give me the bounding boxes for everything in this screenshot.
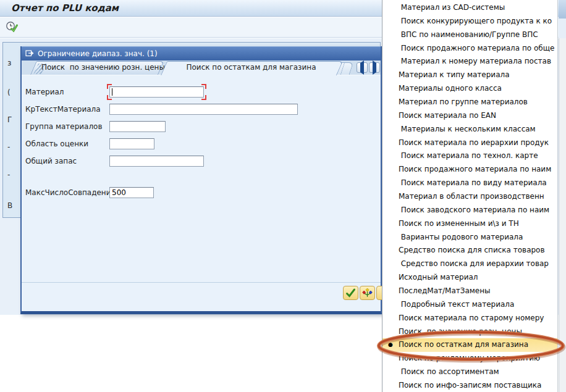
window-edge-scroll-area[interactable] — [559, 38, 566, 392]
dialog-tabstrip: Поиск по значению розн. цены. Поиск по о… — [22, 60, 381, 75]
menu-item-selected[interactable]: ●Поиск по остаткам для магазина — [382, 338, 557, 352]
menu-item[interactable]: Варианты родового материала — [382, 231, 557, 244]
window-edge — [559, 0, 566, 392]
menu-item[interactable]: Материал к номеру материала постав — [382, 55, 557, 69]
menu-item[interactable]: Поиск по значению розн. цены — [382, 325, 557, 339]
menu-item[interactable]: Поиск материала по виду материала — [382, 177, 557, 190]
menu-item[interactable]: Поиск продажного материала по наим — [382, 163, 557, 177]
menu-item[interactable]: Поиск по ассортиментам — [382, 365, 557, 379]
menu-item-label: Средство поиска для иерархии товар — [399, 259, 549, 268]
menu-item[interactable]: Материал к типу материала — [382, 69, 557, 82]
menu-item-label: Поиск продажного материала по обще — [399, 44, 554, 52]
range-restriction-dialog: Ограничение диапаз. знач. (1) Поиск по з… — [20, 46, 382, 314]
menu-item-label: Поиск по измененным и\з и ТН — [399, 219, 519, 228]
multiple-selection-button[interactable] — [360, 286, 375, 300]
triangle-right-icon — [373, 60, 376, 75]
menu-item[interactable]: Средство поиска для списка товаров — [382, 244, 557, 257]
menu-item-label: Материалы одного класса — [399, 84, 502, 93]
menu-item[interactable]: Материалы одного класса — [382, 82, 557, 96]
menu-item[interactable]: Поиск по инфо-записям поставщика — [382, 379, 557, 392]
menu-item-label: Средство поиска для списка товаров — [399, 246, 545, 254]
menu-item-label: Материал к номеру материала постав — [399, 57, 551, 65]
text-caret — [112, 88, 112, 96]
menu-item-label: Материал в области производственн — [399, 192, 544, 201]
export-window-icon — [25, 49, 34, 59]
colored-diamonds-icon — [360, 288, 374, 298]
background-text-fragment: Г — [7, 115, 12, 124]
focus-corner — [107, 84, 112, 89]
menu-item-label: Поиск материала по EAN — [399, 111, 496, 120]
triangle-left-icon — [360, 60, 364, 75]
menu-item[interactable]: Поиск заводского материала по наим — [382, 204, 557, 217]
dialog-title: Ограничение диапаз. знач. (1) — [38, 49, 158, 58]
menu-item-label: Поиск материала по старому номеру — [399, 314, 544, 322]
menu-item-label: Исходный материал — [399, 273, 478, 281]
menu-item[interactable]: ПоследМат/МатЗамены — [382, 285, 557, 298]
background-text-fragment: з — [7, 59, 11, 67]
menu-item[interactable]: Материал из CAD-системы — [382, 1, 557, 15]
menu-item[interactable]: Материал по группе материалов — [382, 96, 557, 109]
execute-button[interactable] — [5, 21, 19, 35]
max-hits-input[interactable] — [109, 187, 154, 198]
field-label: МаксЧислоСовпадений — [25, 188, 116, 197]
menu-item[interactable]: Поиск конкурирующего продукта к ко — [382, 15, 557, 28]
field-label: КрТекстМатериала — [25, 105, 101, 114]
menu-item[interactable]: Средство поиска для иерархии товар — [382, 257, 557, 271]
menu-item-label: Поиск по ассортиментам — [399, 367, 499, 376]
total-stock-input[interactable] — [109, 156, 204, 167]
menu-item-label: Поиск по рекламному мероприятию — [399, 354, 540, 362]
menu-item[interactable]: Поиск материала по EAN — [382, 109, 557, 123]
window-edge-top — [559, 0, 566, 19]
menu-item-label: Подробный текст материала — [399, 300, 514, 309]
menu-item[interactable]: Поиск по измененным и\з и ТН — [382, 217, 557, 231]
menu-item[interactable]: Поиск продажного материала по обще — [382, 42, 557, 56]
menu-item-label: Поиск по значению розн. цены — [399, 327, 522, 336]
menu-item[interactable]: Исходный материал — [382, 271, 557, 285]
field-label: Область оценки — [25, 140, 88, 148]
valuation-area-input[interactable] — [109, 138, 154, 149]
menu-item-label: ВПС по наименованию/Группе ВПС — [399, 30, 538, 39]
menu-item-label: Поиск конкурирующего продукта к ко — [399, 17, 552, 25]
menu-item-label: Поиск продажного материала по наим — [399, 165, 551, 173]
field-label: Общий запас — [25, 157, 77, 165]
dialog-titlebar[interactable]: Ограничение диапаз. знач. (1) — [22, 46, 381, 60]
tab-store-stock-search[interactable]: Поиск по остаткам для магазина — [161, 61, 337, 75]
field-label: Группа материалов — [25, 122, 103, 131]
menu-item-label: Поиск по инфо-записям поставщика — [399, 381, 541, 390]
menu-item-label: Поиск материала по виду материала — [399, 178, 547, 187]
menu-item[interactable]: Поиск материала по старому номеру — [382, 312, 557, 325]
background-text-fragment: В — [7, 201, 12, 210]
menu-item[interactable]: Материал в области производственн — [382, 190, 557, 204]
material-input[interactable] — [109, 86, 204, 98]
menu-item-label: Поиск заводского материала по наим — [399, 206, 549, 214]
focus-corner — [107, 95, 112, 100]
menu-item-label: Варианты родового материала — [399, 233, 523, 241]
sap-window: Отчет по PLU кодам з ( Г - - В — [0, 0, 566, 392]
menu-item[interactable]: Поиск по рекламному мероприятию — [382, 352, 557, 365]
material-short-text-input[interactable] — [109, 104, 298, 115]
continue-button[interactable] — [343, 286, 358, 300]
green-check-icon — [344, 288, 358, 298]
focus-corner — [201, 95, 206, 100]
tab-price-value-search[interactable]: Поиск по значению розн. цены. — [30, 61, 158, 75]
field-label: Материал — [25, 88, 64, 96]
material-group-input[interactable] — [109, 121, 166, 132]
menu-item[interactable]: Поиск материала по иерархии продук — [382, 136, 557, 150]
menu-item[interactable]: Материалы к нескольким классам — [382, 123, 557, 136]
window-edge-mid — [559, 19, 566, 38]
value-help-menu: Материал из CAD-системы Поиск конкурирую… — [382, 0, 558, 392]
tab-label: Поиск по остаткам для магазина — [161, 61, 337, 74]
menu-item-label: Материал к типу материала — [399, 70, 510, 79]
tab-scroll-left-button[interactable] — [357, 62, 368, 73]
menu-item-label: Материал по группе материалов — [399, 98, 528, 106]
tab-scroll-right-button[interactable] — [369, 62, 380, 73]
dialog-footer — [22, 282, 381, 311]
menu-item[interactable]: Подробный текст материала — [382, 298, 557, 312]
menu-item-label: Материал из CAD-системы — [399, 3, 505, 12]
menu-item-label: Материалы к нескольким классам — [399, 125, 536, 133]
focus-corner — [201, 84, 206, 89]
selected-bullet-icon: ● — [388, 338, 393, 352]
menu-item[interactable]: ВПС по наименованию/Группе ВПС — [382, 28, 557, 42]
menu-item[interactable]: Поиск материала по технол. карте — [382, 149, 557, 163]
menu-item-label: Поиск материала по иерархии продук — [399, 138, 549, 147]
